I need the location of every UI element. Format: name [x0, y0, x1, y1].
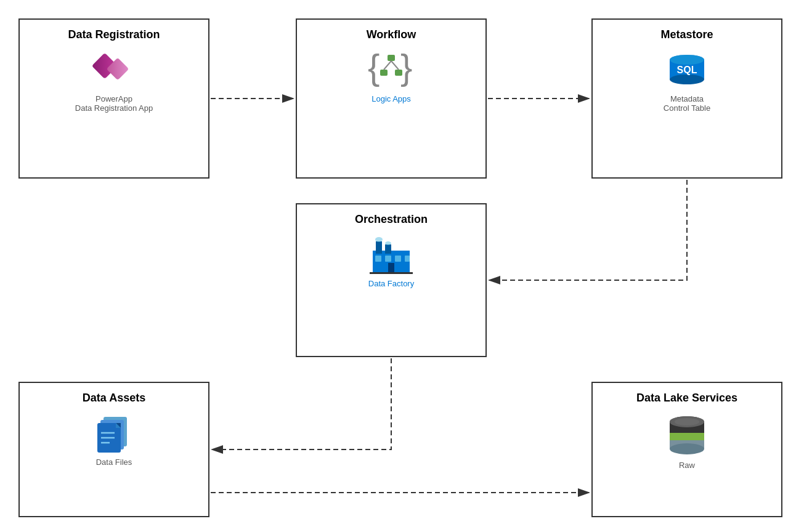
svg-text:SQL: SQL — [677, 65, 697, 75]
box-workflow: Workflow { } Logic Apps — [296, 18, 487, 179]
svg-line-8 — [391, 61, 399, 70]
svg-text:{: { — [368, 47, 380, 87]
svg-rect-17 — [375, 256, 381, 262]
arrow-metastore-to-orchestration — [489, 180, 687, 280]
sql-icon: SQL — [665, 47, 709, 91]
svg-rect-18 — [385, 256, 391, 262]
svg-point-24 — [385, 241, 391, 245]
logicapps-icon: { } — [367, 47, 416, 91]
svg-rect-5 — [380, 70, 388, 76]
svg-rect-35 — [670, 433, 704, 440]
workflow-title: Workflow — [367, 28, 416, 41]
metastore-title: Metastore — [660, 28, 713, 41]
powerapp-icon — [92, 47, 136, 91]
metastore-label: Metadata Control Table — [664, 94, 710, 113]
datafactory-icon — [367, 232, 416, 275]
data-assets-label: Data Files — [96, 457, 132, 467]
svg-point-11 — [670, 75, 704, 84]
svg-point-37 — [670, 443, 704, 454]
box-metastore: Metastore SQL Metadata Control Table — [591, 18, 782, 179]
data-lake-label: Raw — [679, 461, 695, 470]
svg-rect-15 — [376, 241, 382, 254]
box-data-lake: Data Lake Services Raw — [591, 382, 782, 517]
data-lake-title: Data Lake Services — [636, 392, 737, 405]
svg-rect-21 — [388, 263, 394, 272]
box-data-assets: Data Assets Data Files — [18, 382, 209, 517]
datafiles-icon — [92, 411, 136, 454]
svg-point-23 — [375, 237, 383, 242]
svg-rect-16 — [385, 244, 391, 254]
svg-text:}: } — [400, 47, 412, 87]
svg-rect-20 — [405, 256, 410, 262]
arrow-orchestration-to-data-assets — [212, 358, 391, 449]
data-registration-title: Data Registration — [68, 28, 160, 41]
box-orchestration: Orchestration Data Factory — [296, 203, 487, 357]
data-assets-title: Data Assets — [83, 392, 145, 405]
svg-rect-6 — [395, 70, 402, 76]
svg-rect-19 — [395, 256, 401, 262]
orchestration-title: Orchestration — [355, 213, 428, 226]
svg-rect-4 — [388, 55, 395, 61]
data-registration-label: PowerApp Data Registration App — [75, 94, 153, 113]
svg-rect-22 — [370, 272, 413, 274]
svg-point-39 — [675, 418, 699, 425]
orchestration-label: Data Factory — [368, 279, 414, 288]
diagram-container: Data Registration PowerApp Data Registra… — [0, 0, 804, 532]
svg-point-13 — [670, 55, 704, 65]
datalake-icon — [665, 411, 709, 457]
box-data-registration: Data Registration PowerApp Data Registra… — [18, 18, 209, 179]
workflow-label: Logic Apps — [372, 94, 411, 103]
svg-line-7 — [384, 61, 391, 70]
